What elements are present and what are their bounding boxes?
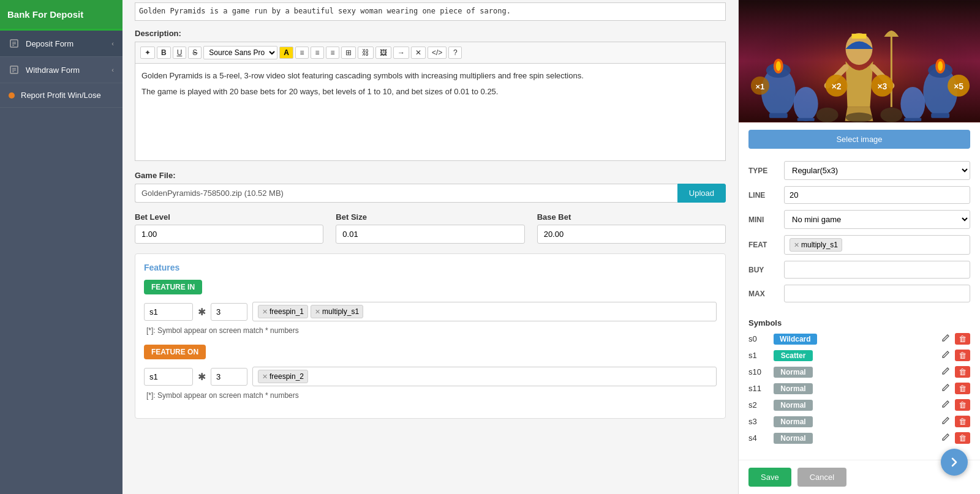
feature-in-count-input[interactable] — [211, 303, 247, 321]
toolbar-align[interactable]: ≡ — [326, 47, 339, 59]
symbol-del-s11[interactable]: 🗑 — [955, 383, 970, 394]
game-file-label: Game File: — [135, 171, 726, 180]
toolbar-code[interactable]: </> — [428, 47, 447, 59]
save-button[interactable]: Save — [748, 468, 791, 487]
feat-tags-input[interactable]: ✕ multiply_s1 — [784, 235, 970, 255]
toolbar-bold[interactable]: B — [157, 47, 171, 59]
max-input[interactable] — [784, 285, 970, 302]
symbol-edit-s3[interactable] — [940, 415, 951, 428]
deposit-form-label: Deposit Form — [26, 39, 111, 48]
feature-on-tags[interactable]: ✕ freespin_2 — [252, 367, 717, 386]
cancel-button[interactable]: Cancel — [797, 468, 846, 487]
toolbar-strikethrough[interactable]: S — [188, 47, 202, 59]
sidebar-item-deposit-form[interactable]: Deposit Form ‹ — [0, 31, 123, 57]
symbol-edit-s2[interactable] — [940, 399, 951, 411]
svg-text:×1: ×1 — [756, 82, 765, 91]
feature-on-asterisk: ✱ — [198, 371, 206, 383]
symbol-del-s10[interactable]: 🗑 — [955, 366, 970, 378]
bet-size-col: Bet Size — [336, 212, 524, 244]
game-file-section: Game File: Upload — [135, 171, 726, 203]
buy-label: BUY — [748, 266, 778, 274]
editor-area[interactable]: Golden Pyramids is a 5-reel, 3-row video… — [135, 63, 726, 161]
feature-in-badge: FEATURE IN — [144, 280, 202, 294]
tag-label: multiply_s1 — [322, 307, 359, 316]
line-row: LINE — [748, 186, 970, 204]
symbol-edit-s0[interactable] — [940, 332, 951, 345]
symbols-section: Symbols s0 Wildcard 🗑 s1 Scatter — [739, 313, 980, 453]
feature-in-row: ✱ ✕ freespin_1 ✕ multiply_s1 — [144, 302, 717, 321]
feature-in-tags[interactable]: ✕ freespin_1 ✕ multiply_s1 — [252, 302, 717, 321]
toolbar-table[interactable]: ⊞ — [341, 47, 356, 59]
description-label: Description: — [135, 29, 726, 38]
upload-button[interactable]: Upload — [677, 184, 726, 203]
symbol-del-s3[interactable]: 🗑 — [955, 416, 970, 427]
mini-select[interactable]: No mini game Mini game 1 — [784, 210, 970, 229]
tag-x-icon[interactable]: ✕ — [262, 373, 268, 381]
feat-tag-1: ✕ multiply_s1 — [790, 238, 842, 252]
symbol-row-s10: s10 Normal 🗑 — [748, 365, 970, 378]
file-row: Upload — [135, 184, 726, 203]
features-section: Features FEATURE IN ✱ ✕ freespin_1 ✕ mul… — [135, 253, 726, 419]
toolbar-clear[interactable]: ✕ — [411, 47, 426, 59]
toolbar-magic[interactable]: ✦ — [140, 47, 155, 59]
symbol-id-s11: s11 — [748, 384, 770, 393]
symbol-edit-s1[interactable] — [940, 349, 951, 362]
toolbar-underline[interactable]: U — [173, 47, 187, 59]
symbol-badge-s1: Scatter — [774, 350, 813, 361]
feature-on-count-input[interactable] — [211, 368, 247, 386]
mini-label: MINI — [748, 215, 778, 224]
toolbar-link[interactable]: ⛓ — [358, 47, 374, 59]
sidebar-header-label: Bank For Deposit — [7, 9, 83, 20]
svg-point-14 — [776, 61, 781, 71]
form-area: Golden Pyramids is a game run by a beaut… — [123, 0, 738, 494]
type-row: TYPE Regular(5x3) Regular(3x3) Special — [748, 161, 970, 180]
symbol-del-s2[interactable]: 🗑 — [955, 399, 970, 411]
game-file-input[interactable] — [135, 184, 677, 203]
toolbar-font-select[interactable]: Source Sans Pro — [203, 46, 277, 59]
symbol-edit-s4[interactable] — [940, 432, 951, 444]
mini-row: MINI No mini game Mini game 1 — [748, 210, 970, 229]
base-bet-input[interactable] — [537, 225, 726, 244]
sidebar-item-report-profit[interactable]: Report Profit Win/Lose — [0, 83, 123, 108]
game-image: ×2 ×3 ×5 ×1 — [739, 0, 980, 122]
tag-x-icon[interactable]: ✕ — [315, 308, 320, 316]
sidebar-item-withdraw-form[interactable]: Withdraw Form ‹ — [0, 57, 123, 83]
toolbar-ol[interactable]: ≡ — [311, 47, 324, 59]
buy-input[interactable] — [784, 261, 970, 279]
select-image-button[interactable]: Select image — [748, 130, 970, 149]
symbol-row-s2: s2 Normal 🗑 — [748, 399, 970, 411]
feature-in-tag-1: ✕ freespin_1 — [258, 305, 308, 318]
feat-label: FEAT — [748, 241, 778, 249]
type-select[interactable]: Regular(5x3) Regular(3x3) Special — [784, 161, 970, 180]
tag-x-icon[interactable]: ✕ — [262, 308, 268, 316]
intro-textarea[interactable]: Golden Pyramids is a game run by a beaut… — [135, 2, 726, 21]
symbol-del-s1[interactable]: 🗑 — [955, 350, 970, 361]
main-content: Golden Pyramids is a game run by a beaut… — [123, 0, 980, 494]
feature-in-symbol-input[interactable] — [144, 303, 193, 321]
symbol-del-s4[interactable]: 🗑 — [955, 432, 970, 444]
toolbar-image[interactable]: 🖼 — [375, 47, 391, 59]
symbol-badge-s2: Normal — [774, 400, 813, 411]
bet-level-input[interactable] — [135, 225, 323, 244]
feature-on-row: ✱ ✕ freespin_2 — [144, 367, 717, 386]
deposit-icon — [9, 38, 20, 49]
toolbar-help[interactable]: ? — [448, 47, 462, 59]
sidebar: Bank For Deposit Deposit Form ‹ Withdraw… — [0, 0, 123, 494]
toolbar-highlight[interactable]: A — [279, 47, 293, 59]
description-line1: Golden Pyramids is a 5-reel, 3-row video… — [141, 70, 719, 82]
symbol-id-s1: s1 — [748, 351, 770, 360]
bet-size-input[interactable] — [336, 225, 524, 244]
symbols-scroll: s0 Wildcard 🗑 s1 Scatter 🗑 — [748, 332, 970, 448]
symbol-edit-s11[interactable] — [940, 382, 951, 395]
symbol-del-s0[interactable]: 🗑 — [955, 333, 970, 345]
line-input[interactable] — [784, 186, 970, 204]
bet-row: Bet Level Bet Size Base Bet — [135, 212, 726, 244]
feat-tag-label: multiply_s1 — [801, 241, 838, 249]
fab-button[interactable] — [941, 449, 968, 476]
feature-on-symbol-input[interactable] — [144, 368, 193, 386]
toolbar-embed[interactable]: → — [393, 47, 409, 59]
toolbar-ul[interactable]: ≡ — [295, 47, 309, 59]
feature-in-tag-2: ✕ multiply_s1 — [311, 305, 363, 318]
symbol-edit-s10[interactable] — [940, 365, 951, 378]
feat-tag-x[interactable]: ✕ — [794, 241, 799, 249]
